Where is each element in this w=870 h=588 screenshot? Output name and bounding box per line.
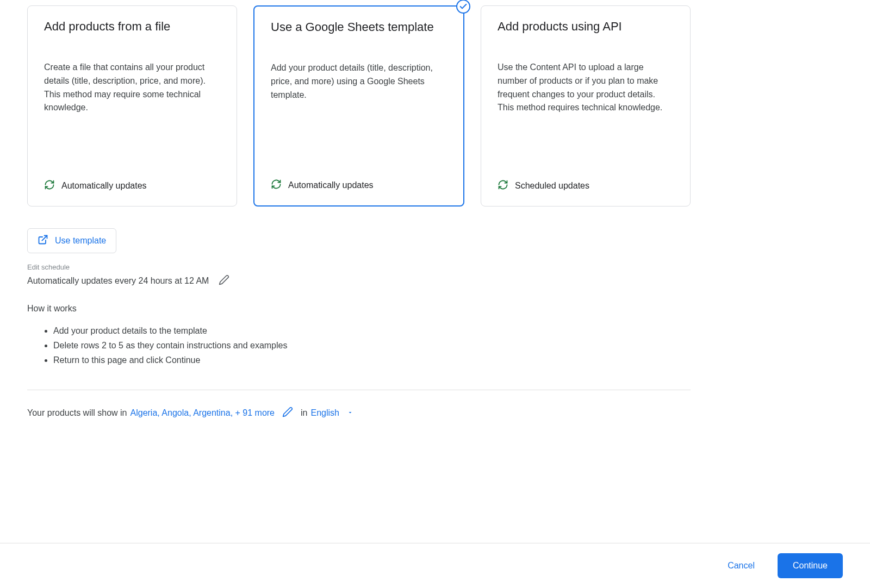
edit-schedule-icon[interactable] (219, 274, 229, 287)
card-footer-text: Scheduled updates (515, 181, 589, 191)
use-template-button[interactable]: Use template (27, 228, 116, 253)
countries-link[interactable]: Algeria, Angola, Argentina, + 91 more (130, 408, 275, 418)
language-dropdown[interactable]: English (310, 408, 353, 418)
list-item: Delete rows 2 to 5 as they contain instr… (53, 338, 691, 353)
list-item: Add your product details to the template (53, 323, 691, 338)
card-description: Create a file that contains all your pro… (44, 61, 220, 179)
selected-check-icon (456, 0, 470, 14)
use-template-label: Use template (55, 236, 106, 246)
language-label: English (310, 408, 339, 417)
option-card-api[interactable]: Add products using API Use the Content A… (481, 5, 691, 207)
option-card-file[interactable]: Add products from a file Create a file t… (27, 5, 237, 207)
card-footer-text: Automatically updates (61, 181, 147, 191)
card-description: Use the Content API to upload a large nu… (498, 61, 674, 179)
in-label: in (301, 408, 307, 418)
refresh-icon (498, 179, 508, 192)
svg-line-0 (42, 236, 47, 241)
divider (27, 390, 691, 390)
card-title: Add products from a file (44, 20, 220, 34)
edit-schedule-label: Edit schedule (27, 263, 691, 271)
option-card-sheets[interactable]: Use a Google Sheets template Add your pr… (253, 5, 464, 207)
refresh-icon (271, 179, 282, 192)
chevron-down-icon (341, 408, 353, 417)
how-it-works-title: How it works (27, 304, 691, 314)
card-title: Add products using API (498, 20, 674, 34)
schedule-text: Automatically updates every 24 hours at … (27, 276, 209, 286)
external-link-icon (38, 234, 48, 247)
card-title: Use a Google Sheets template (271, 20, 447, 34)
card-footer-text: Automatically updates (288, 180, 374, 190)
list-item: Return to this page and click Continue (53, 353, 691, 367)
show-in-prefix: Your products will show in (27, 408, 127, 418)
refresh-icon (44, 179, 55, 192)
edit-countries-icon[interactable] (278, 406, 297, 420)
card-description: Add your product details (title, descrip… (271, 61, 447, 179)
